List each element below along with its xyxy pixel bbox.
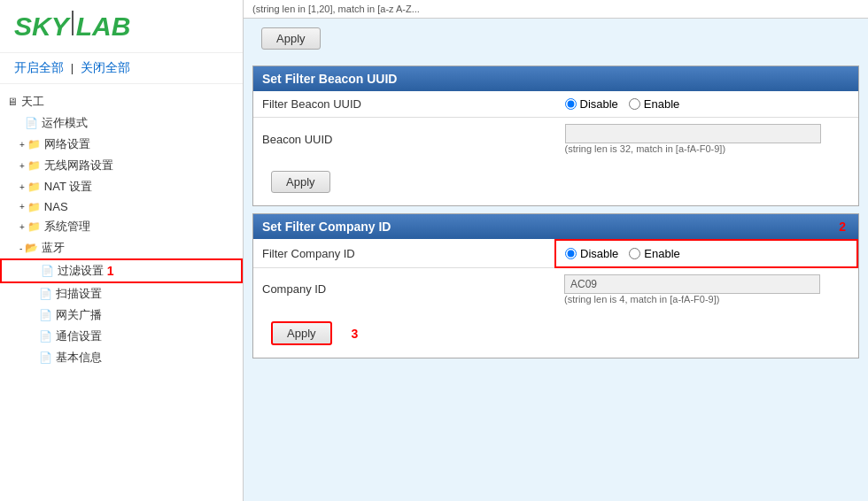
- section-company-id-header: Set Filter Company ID 2: [253, 214, 858, 239]
- sidebar-label: 扫描设置: [56, 286, 102, 302]
- beacon-uuid-table: Filter Beacon UUID Disable Enable: [253, 91, 858, 160]
- expand-icon: +: [19, 161, 25, 171]
- close-all-link[interactable]: 关闭全部: [81, 60, 130, 74]
- sidebar-item-gateway-broadcast[interactable]: 📄 网关广播: [0, 304, 243, 326]
- expand-icon: +: [19, 182, 25, 192]
- radio-enable-company-label: Enable: [644, 247, 679, 260]
- filter-company-id-label: Filter Company ID: [253, 240, 555, 267]
- file-icon: 📄: [39, 288, 52, 300]
- radio-enable-beacon[interactable]: Enable: [629, 97, 679, 111]
- table-row: Company ID (string len is 4, match in [a…: [253, 267, 857, 311]
- company-id-table: Filter Company ID Disable Enable: [253, 239, 858, 311]
- sidebar-label: 网络设置: [44, 136, 90, 152]
- logo-area: SKYLAB: [0, 0, 243, 53]
- number-label-2: 2: [839, 220, 846, 234]
- expand-icon: [34, 289, 36, 299]
- tree-root[interactable]: 🖥 天工: [0, 91, 243, 112]
- company-id-label: Company ID: [253, 267, 555, 311]
- beacon-uuid-input[interactable]: [565, 124, 821, 143]
- apply-button-1[interactable]: Apply: [261, 27, 321, 50]
- radio-disable-beacon[interactable]: Disable: [565, 97, 618, 111]
- apply-button-beacon[interactable]: Apply: [271, 171, 330, 193]
- sidebar-item-basic-info[interactable]: 📄 基本信息: [0, 347, 243, 368]
- sidebar-label: 运作模式: [42, 115, 88, 131]
- beacon-uuid-value: (string len is 32, match in [a-fA-F0-9]): [556, 118, 859, 161]
- beacon-uuid-label: Beacon UUID: [253, 118, 556, 161]
- file-icon: 📄: [25, 117, 38, 129]
- sidebar-item-bluetooth[interactable]: - 📂 蓝牙: [0, 237, 243, 258]
- sidebar-label: NAS: [44, 200, 68, 213]
- expand-icon: +: [19, 140, 25, 150]
- folder-icon: 📁: [27, 181, 41, 193]
- logo: SKYLAB: [14, 11, 229, 42]
- sidebar-item-wangluoshezhi[interactable]: + 📁 网络设置: [0, 134, 243, 155]
- apply-row-beacon: Apply: [253, 160, 858, 205]
- radio-disable-label: Disable: [580, 97, 618, 111]
- top-partial-bar: (string len in [1,20], match in [a-z A-Z…: [244, 0, 868, 19]
- sidebar-item-filter-settings[interactable]: 📄 过滤设置 1: [0, 258, 243, 283]
- toggle-separator: |: [71, 61, 74, 74]
- toggle-area: 开启全部 | 关闭全部: [0, 53, 243, 84]
- file-icon: 📄: [39, 309, 52, 321]
- radio-enable-label: Enable: [644, 97, 679, 111]
- section-beacon-uuid: Set Filter Beacon UUID Filter Beacon UUI…: [252, 66, 859, 206]
- radio-disable-company[interactable]: Disable: [565, 247, 618, 260]
- section-beacon-uuid-header: Set Filter Beacon UUID: [253, 66, 858, 91]
- filter-beacon-uuid-value: Disable Enable: [556, 91, 859, 118]
- expand-icon: [35, 266, 38, 276]
- expand-icon: +: [19, 222, 25, 232]
- first-apply-area: Apply: [244, 19, 868, 58]
- sidebar-item-nat[interactable]: + 📁 NAT 设置: [0, 176, 243, 197]
- table-row: Filter Beacon UUID Disable Enable: [253, 91, 858, 118]
- file-icon: 📄: [41, 265, 54, 277]
- table-row: Filter Company ID Disable Enable: [253, 240, 857, 267]
- company-id-hint: (string len is 4, match in [a-fA-F0-9]): [564, 294, 849, 304]
- filter-company-id-value: Disable Enable: [555, 240, 857, 267]
- radio-disable-company-label: Disable: [580, 247, 618, 260]
- sidebar-label: 系统管理: [44, 219, 90, 235]
- sidebar: SKYLAB 开启全部 | 关闭全部 🖥 天工 📄 运作模式 + 📁 网络设置 …: [0, 0, 244, 501]
- sidebar-item-nas[interactable]: + 📁 NAS: [0, 197, 243, 216]
- file-icon: 📄: [39, 330, 52, 343]
- number-label-3: 3: [352, 327, 359, 341]
- expand-icon: +: [19, 202, 25, 212]
- file-icon: 📄: [39, 351, 52, 364]
- radio-disable-beacon-input[interactable]: [565, 98, 577, 110]
- logo-divider: [72, 11, 74, 35]
- sidebar-item-yunzuomoshi[interactable]: 📄 运作模式: [0, 112, 243, 134]
- tree-root-label: 天工: [21, 94, 44, 110]
- sidebar-label: 网关广播: [56, 307, 102, 323]
- expand-icon: [34, 332, 36, 342]
- folder-icon: 📁: [27, 159, 41, 172]
- expand-icon: [34, 353, 36, 363]
- radio-enable-company[interactable]: Enable: [629, 247, 679, 260]
- company-id-value: (string len is 4, match in [a-fA-F0-9]): [555, 267, 857, 311]
- radio-disable-company-input[interactable]: [565, 248, 577, 259]
- company-id-input[interactable]: [564, 274, 820, 294]
- table-row: Beacon UUID (string len is 32, match in …: [253, 118, 858, 161]
- sidebar-item-xitong[interactable]: + 📁 系统管理: [0, 216, 243, 237]
- section-company-id: Set Filter Company ID 2 Filter Company I…: [252, 213, 859, 358]
- sidebar-item-scan-settings[interactable]: 📄 扫描设置: [0, 283, 243, 304]
- filter-beacon-uuid-label: Filter Beacon UUID: [253, 91, 556, 118]
- apply-button-company[interactable]: Apply: [271, 321, 332, 345]
- folder-icon: 📂: [25, 242, 38, 254]
- sidebar-item-comm-settings[interactable]: 📄 通信设置: [0, 326, 243, 347]
- main-content: (string len in [1,20], match in [a-z A-Z…: [244, 0, 868, 501]
- nav-tree: 🖥 天工 📄 运作模式 + 📁 网络设置 + 📁 无线网路设置 + 📁 NAT …: [0, 84, 243, 501]
- sidebar-item-wuxian[interactable]: + 📁 无线网路设置: [0, 155, 243, 176]
- logo-text: SKY: [14, 12, 69, 42]
- expand-icon: -: [19, 243, 22, 253]
- apply-row-company: Apply 3: [253, 311, 858, 358]
- sidebar-label: 过滤设置: [58, 263, 104, 279]
- radio-enable-company-input[interactable]: [629, 248, 640, 259]
- radio-group-beacon: Disable Enable: [565, 97, 850, 111]
- radio-group-company: Disable Enable: [565, 247, 848, 260]
- expand-icon: [34, 311, 36, 320]
- logo-text2: LAB: [76, 12, 131, 42]
- radio-enable-beacon-input[interactable]: [629, 98, 640, 110]
- expand-icon: [19, 119, 22, 128]
- open-all-link[interactable]: 开启全部: [14, 60, 64, 74]
- sidebar-label: 通信设置: [56, 328, 102, 344]
- tree-icon: 🖥: [7, 96, 18, 108]
